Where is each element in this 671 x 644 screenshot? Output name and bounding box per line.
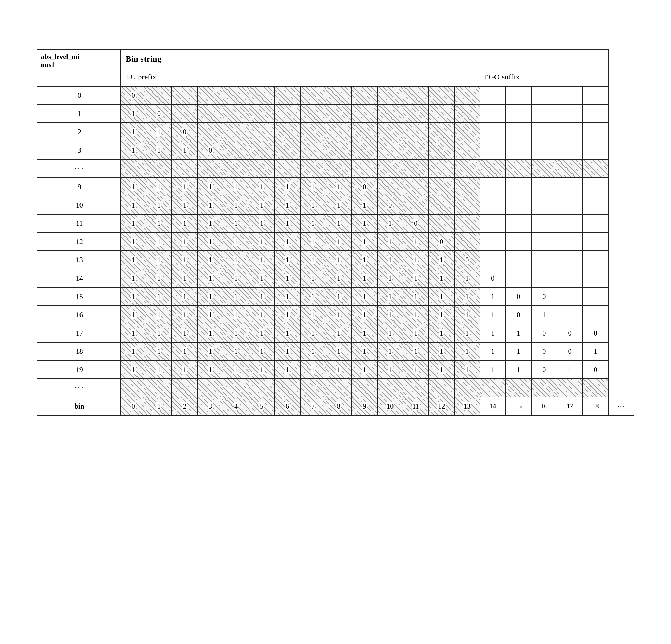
ego-cell: [480, 214, 506, 232]
tu-cell: [172, 104, 197, 123]
tu-cell: 1: [326, 196, 352, 214]
tu-cell: [377, 123, 403, 141]
ego-cell: [583, 251, 608, 269]
table-row: 1611111111111111101: [37, 306, 634, 324]
ego-cell: [480, 232, 506, 251]
tu-cell: [326, 104, 352, 123]
ego-cell: [506, 214, 531, 232]
tu-cell: [352, 141, 377, 159]
tu-cell: 1: [146, 361, 172, 379]
tu-cell: [300, 86, 326, 104]
tu-cell: 1: [300, 342, 326, 361]
tu-cell: [352, 86, 377, 104]
tu-cell: 1: [352, 287, 377, 306]
tu-cell: 1: [429, 361, 454, 379]
tu-cell: 1: [223, 178, 249, 196]
ego-cell: 1: [506, 324, 531, 342]
ego-cell: 0: [583, 361, 608, 379]
ego-cell: [557, 104, 583, 123]
tu-cell: 1: [352, 232, 377, 251]
tu-cell: 1: [429, 251, 454, 269]
ego-cell: 1: [506, 361, 531, 379]
tu-cell: 1: [300, 269, 326, 287]
tu-cell: 1: [275, 342, 300, 361]
tu-cell: [454, 104, 480, 123]
tu-cell: [223, 104, 249, 123]
tu-cell: 1: [197, 214, 223, 232]
tu-cell: [300, 104, 326, 123]
tu-cell: 1: [454, 361, 480, 379]
tu-cell: 1: [403, 269, 429, 287]
ego-cell: 0: [531, 324, 557, 342]
tu-cell: 1: [146, 141, 172, 159]
tu-cell: 1: [223, 196, 249, 214]
tu-cell: 0: [146, 104, 172, 123]
tu-cell: [403, 141, 429, 159]
tu-cell: [377, 104, 403, 123]
tu-cell: 1: [275, 324, 300, 342]
ego-cell: [480, 86, 506, 104]
tu-cell: 1: [377, 361, 403, 379]
tu-cell: 1: [120, 196, 146, 214]
table-row: 110: [37, 104, 634, 123]
bin-string-header: Bin string: [120, 50, 480, 68]
ego-cell: [531, 232, 557, 251]
tu-cell: 1: [146, 287, 172, 306]
bin-label-cell: 11: [403, 397, 429, 415]
tu-cell: [403, 86, 429, 104]
tu-cell: [454, 214, 480, 232]
tu-cell: [249, 104, 275, 123]
ego-cell: [557, 123, 583, 141]
ego-suffix-header: EGO suffix: [480, 68, 608, 86]
tu-cell: 1: [120, 324, 146, 342]
ego-cell: [506, 232, 531, 251]
ego-cell: [583, 287, 608, 306]
tu-cell: 1: [172, 232, 197, 251]
tu-cell: 1: [352, 361, 377, 379]
ego-cell: 0: [583, 324, 608, 342]
tu-cell: 1: [249, 232, 275, 251]
table-row: 11111111111110: [37, 214, 634, 232]
ego-cell: [480, 123, 506, 141]
tu-cell: 0: [120, 86, 146, 104]
table-row: 191111111111111111010: [37, 361, 634, 379]
ego-cell: [557, 178, 583, 196]
table-row: 1311111111111110: [37, 251, 634, 269]
tu-cell: 0: [197, 141, 223, 159]
bin-ego-cell: 16: [531, 397, 557, 415]
bin-label-cell: 6: [275, 397, 300, 415]
tu-cell: 1: [249, 324, 275, 342]
ego-cell: 0: [531, 342, 557, 361]
tu-cell: [146, 86, 172, 104]
tu-cell: 1: [275, 178, 300, 196]
ego-cell: [531, 251, 557, 269]
bin-label-cell: 9: [352, 397, 377, 415]
tu-cell: 1: [172, 251, 197, 269]
header-row-2: TU prefix EGO suffix: [37, 68, 634, 86]
tu-cell: 1: [120, 287, 146, 306]
tu-cell: [275, 104, 300, 123]
bin-ego-cell: 18: [583, 397, 608, 415]
tu-cell: 1: [197, 269, 223, 287]
tu-cell: 1: [120, 361, 146, 379]
ego-cell: [480, 251, 506, 269]
tu-cell: 1: [352, 269, 377, 287]
bin-label-cell: 3: [197, 397, 223, 415]
tu-cell: [429, 196, 454, 214]
bin-label-cell: 5: [249, 397, 275, 415]
ego-cell: 1: [480, 324, 506, 342]
ego-cell: [506, 141, 531, 159]
ego-cell: [531, 269, 557, 287]
tu-cell: 1: [275, 196, 300, 214]
ego-cell: 0: [480, 269, 506, 287]
tu-cell: 1: [352, 342, 377, 361]
ego-cell: 0: [557, 342, 583, 361]
ego-cell: [557, 269, 583, 287]
tu-cell: 1: [403, 361, 429, 379]
tu-cell: 1: [403, 251, 429, 269]
tu-cell: 1: [120, 251, 146, 269]
tu-cell: 1: [197, 178, 223, 196]
abs-level-label: abs_level_minus1: [37, 50, 120, 86]
tu-cell: 1: [377, 287, 403, 306]
tu-cell: [454, 196, 480, 214]
